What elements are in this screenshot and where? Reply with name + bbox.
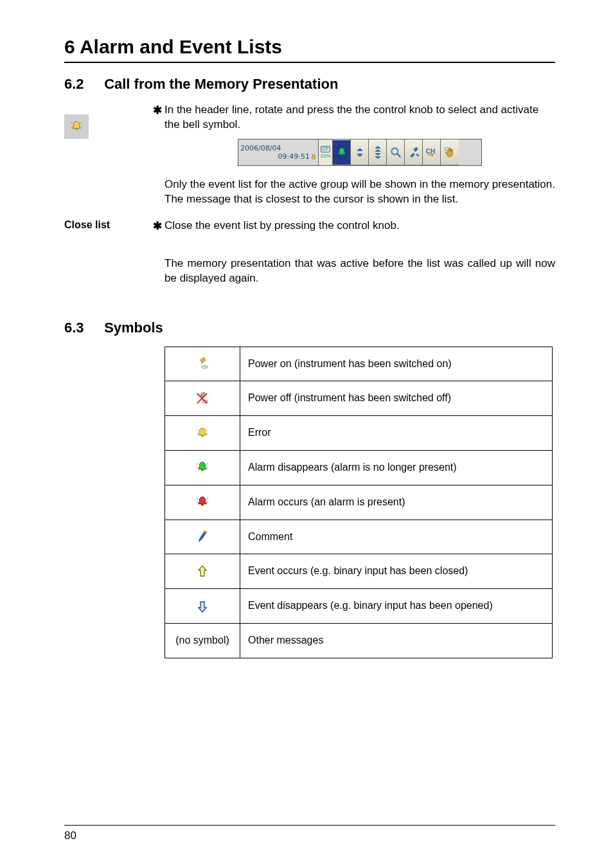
section-6-3-heading: Symbols (104, 320, 163, 336)
bell-yellow-icon (69, 120, 84, 134)
arrow-down-icon (196, 599, 209, 613)
bullet-asterisk: ✱ (153, 104, 162, 118)
table-row: Alarm occurs (an alarm is present) (165, 485, 553, 520)
svg-rect-26 (201, 469, 203, 471)
toolbar-bell-button[interactable] (333, 140, 351, 165)
table-row: Power off (instrument has been switched … (165, 381, 553, 416)
svg-text:CH: CH (425, 148, 435, 155)
svg-rect-16 (445, 147, 449, 150)
symbol-text-power-off: Power off (instrument has been switched … (240, 381, 553, 416)
toolbar-hand-button[interactable] (441, 140, 459, 165)
step-close-list-text: Close the event list by pressing the con… (164, 219, 400, 231)
note-active-group: Only the event list for the active group… (164, 177, 555, 207)
table-row: Error (165, 416, 553, 451)
symbol-cell-power-on (165, 347, 240, 381)
symbol-text-power-on: Power on (instrument has been switched o… (240, 347, 553, 381)
no-symbol-label: (no symbol) (175, 635, 229, 646)
toolbar-datetime: 2006/08/04 09:49:51 (238, 140, 319, 165)
toolbar-step-small-button[interactable] (351, 140, 369, 165)
svg-line-22 (197, 429, 199, 430)
bell-icon (335, 146, 348, 159)
pen-icon (196, 530, 209, 544)
section-6-3-title: 6.3 Symbols (64, 320, 555, 336)
step-activate-bell-text: In the header line, rotate and press the… (164, 104, 538, 131)
svg-line-28 (206, 464, 208, 465)
svg-line-27 (197, 464, 199, 465)
hand-icon (443, 146, 456, 159)
updown-small-icon (354, 146, 366, 159)
header-toolbar: 2006/08/04 09:49:51 CF 33% (238, 139, 482, 166)
table-row: Power on (instrument has been switched o… (165, 347, 553, 381)
bell-yellow-icon (195, 426, 209, 440)
toolbar-date: 2006/08/04 (238, 144, 281, 152)
table-row: Event occurs (e.g. binary input has been… (165, 554, 553, 589)
svg-marker-7 (357, 148, 363, 151)
step-close-list: ✱ Close the event list by pressing the c… (164, 219, 555, 233)
svg-marker-12 (375, 153, 381, 156)
toolbar-step-large-button[interactable] (369, 140, 387, 165)
symbol-cell-event-occurs (165, 554, 240, 589)
svg-line-35 (206, 502, 208, 503)
svg-marker-11 (375, 156, 381, 159)
toolbar-time: 09:49:51 (278, 152, 310, 161)
svg-line-14 (397, 154, 400, 157)
section-6-2-title: 6.2 Call from the Memory Presentation (64, 76, 555, 93)
bell-green-icon (195, 460, 209, 475)
updown-large-icon (372, 145, 384, 159)
svg-rect-21 (201, 435, 203, 436)
symbol-text-other: Other messages (240, 623, 553, 658)
toolbar-cf-percent: 33% (320, 153, 330, 159)
bell-red-icon (195, 495, 209, 509)
symbol-text-comment: Comment (240, 520, 553, 554)
step-activate-bell: ✱ In the header line, rotate and press t… (164, 103, 555, 132)
toolbar-ch-button[interactable]: CH (423, 140, 441, 165)
symbol-cell-alarm-occurs (165, 485, 240, 520)
symbol-text-alarm-occurs: Alarm occurs (an alarm is present) (240, 485, 553, 520)
margin-bell-icon-chip (64, 114, 89, 139)
symbol-cell-alarm-disappears (165, 450, 240, 485)
svg-marker-8 (357, 154, 363, 157)
chapter-title: 6 Alarm and Event Lists (64, 36, 555, 58)
svg-marker-10 (375, 149, 381, 152)
svg-line-23 (206, 429, 208, 430)
table-row: Event disappears (e.g. binary input has … (165, 589, 553, 624)
svg-line-1 (71, 123, 73, 124)
section-6-3-number: 6.3 (64, 320, 100, 336)
tools-icon (407, 146, 420, 159)
svg-line-4 (80, 127, 82, 127)
svg-line-33 (206, 498, 208, 500)
table-row: Alarm disappears (alarm is no longer pre… (165, 450, 553, 485)
symbol-text-event-disappears: Event disappears (e.g. binary input has … (240, 589, 553, 624)
symbol-cell-event-disappears (165, 589, 240, 624)
toolbar-tools-button[interactable] (405, 140, 423, 165)
svg-line-25 (206, 433, 208, 434)
svg-marker-9 (375, 146, 381, 149)
power-off-icon (195, 392, 209, 406)
section-6-2-number: 6.2 (64, 76, 100, 93)
symbol-cell-comment (165, 520, 240, 554)
svg-rect-31 (201, 504, 203, 505)
ch-icon: CH (425, 146, 439, 159)
arrow-up-icon (196, 565, 209, 579)
section-6-2-heading: Call from the Memory Presentation (104, 76, 338, 92)
page-number: 80 (64, 829, 555, 842)
svg-line-2 (80, 123, 82, 124)
svg-rect-0 (75, 129, 77, 130)
table-row: Comment (165, 520, 553, 554)
symbol-cell-power-off (165, 381, 240, 416)
toolbar-search-button[interactable] (387, 140, 405, 165)
svg-line-3 (71, 127, 73, 127)
chapter-rule (64, 62, 555, 63)
page-footer: 80 (64, 825, 555, 842)
symbol-cell-no-symbol: (no symbol) (165, 623, 240, 658)
svg-line-34 (197, 502, 199, 503)
footer-rule (64, 825, 555, 826)
note-memory-restore: The memory presentation that was active … (164, 257, 555, 286)
table-row: (no symbol) Other messages (165, 623, 553, 658)
search-icon (389, 146, 402, 159)
symbol-cell-error (165, 416, 240, 451)
symbol-text-alarm-disappears: Alarm disappears (alarm is no longer pre… (240, 450, 553, 485)
svg-line-30 (206, 467, 208, 468)
svg-line-32 (197, 498, 199, 500)
svg-rect-6 (341, 154, 342, 155)
